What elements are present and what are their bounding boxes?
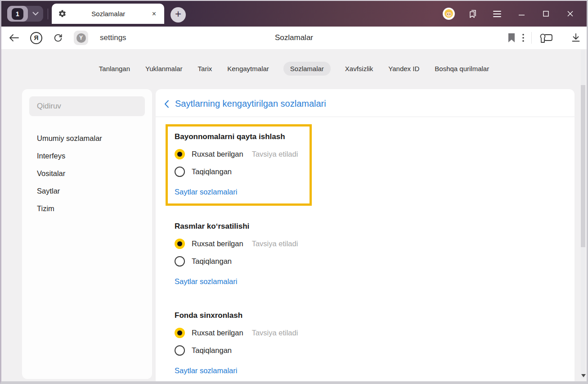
tab-counter-button[interactable]: 1: [7, 6, 28, 22]
settings-sections: Bayonnomalarni qayta ishlash Ruxsat beri…: [156, 117, 575, 375]
menu-icon[interactable]: [485, 5, 509, 23]
address-bar[interactable]: Я Y settings Sozlamalar: [1, 27, 587, 49]
radio-note: Tavsiya etiladi: [252, 329, 298, 337]
settings-nav-tabs: Tanlangan Yuklanmalar Tarix Kengaytmalar…: [1, 49, 587, 76]
radio-selected-icon[interactable]: [175, 149, 185, 159]
sidebar-item-tizim[interactable]: Tizim: [37, 200, 145, 217]
new-tab-button[interactable]: +: [171, 7, 186, 23]
browser-window: 1 Sozlamalar × +: [0, 0, 588, 384]
close-button[interactable]: [558, 5, 582, 23]
nav-tab-kengaytmalar[interactable]: Kengaytmalar: [226, 62, 270, 76]
tab-title: Sozlamalar: [67, 10, 150, 18]
nav-tab-yandex-id[interactable]: Yandex ID: [387, 62, 420, 76]
bookmark-filled-icon[interactable]: [508, 33, 515, 42]
yandex-logo-icon[interactable]: Я: [30, 32, 42, 44]
minimize-button[interactable]: [509, 5, 534, 23]
chevron-down-icon[interactable]: [28, 12, 43, 16]
radio-option-allowed[interactable]: Ruxsat berilgan Tavsiya etiladi: [175, 328, 575, 338]
radio-label: Taqiqlangan: [192, 167, 232, 176]
maximize-button[interactable]: [534, 5, 558, 23]
radio-label: Ruxsat berilgan: [192, 239, 243, 248]
search-input[interactable]: [29, 96, 145, 116]
kebab-menu-icon[interactable]: [522, 34, 524, 42]
radio-label: Ruxsat berilgan: [192, 150, 243, 158]
radio-unselected-icon[interactable]: [175, 256, 185, 267]
radio-unselected-icon[interactable]: [175, 345, 185, 356]
nav-tab-boshqa-qurilmalar[interactable]: Boshqa qurilmalar: [434, 62, 490, 76]
address-bar-left: Я Y settings: [9, 31, 126, 45]
section-title-bayonnomalar: Bayonnomalarni qayta ishlash: [175, 132, 302, 141]
protect-badge-icon[interactable]: Y: [74, 31, 88, 45]
titlebar: 1 Sozlamalar × +: [1, 1, 587, 27]
section-title-fonda: Fonda sinxronlash: [175, 311, 575, 320]
site-settings-link[interactable]: Saytlar sozlamalari: [175, 366, 237, 375]
radio-option-blocked[interactable]: Taqiqlangan: [175, 345, 575, 356]
radio-option-blocked[interactable]: Taqiqlangan: [175, 167, 302, 177]
radio-selected-icon[interactable]: [175, 328, 185, 338]
section-rasmlar: Rasmlar koʻrsatilishi Ruxsat berilgan Ta…: [175, 222, 575, 286]
nav-tab-yuklanmalar[interactable]: Yuklanmalar: [144, 62, 184, 76]
download-icon[interactable]: [571, 33, 580, 43]
titlebar-separator: [48, 9, 48, 19]
radio-option-allowed[interactable]: Ruxsat berilgan Tavsiya etiladi: [175, 149, 302, 159]
scrollbar-thumb[interactable]: [581, 85, 585, 247]
content-area: Umumiy sozlamalar Interfeys Vositalar Sa…: [1, 76, 587, 381]
reload-icon[interactable]: [53, 33, 63, 43]
back-button-icon[interactable]: [9, 33, 19, 42]
nav-tab-xavfsizlik[interactable]: Xavfsizlik: [344, 62, 374, 76]
address-bar-right: [508, 32, 580, 44]
site-settings-link[interactable]: Saytlar sozlamalari: [175, 188, 237, 196]
radio-label: Taqiqlangan: [192, 346, 232, 355]
page-title[interactable]: Saytlarning kengaytirilgan sozlamalari: [175, 99, 326, 109]
sidebar-item-interfeys[interactable]: Interfeys: [37, 147, 145, 165]
extensions-icon[interactable]: [539, 32, 554, 44]
nav-tab-sozlamalar[interactable]: Sozlamalar: [283, 62, 331, 76]
tab-close-icon[interactable]: ×: [150, 9, 158, 19]
section-fonda-sinxronlash: Fonda sinxronlash Ruxsat berilgan Tavsiy…: [175, 311, 575, 375]
page-scrollbar[interactable]: [581, 50, 585, 379]
settings-gear-icon: [58, 9, 67, 18]
sidebar-item-umumiy-sozlamalar[interactable]: Umumiy sozlamalar: [37, 130, 145, 147]
radio-selected-icon[interactable]: [175, 239, 185, 249]
titlebar-right: [436, 1, 582, 27]
address-bar-separator: [531, 32, 532, 44]
highlight-box: Bayonnomalarni qayta ishlash Ruxsat beri…: [166, 124, 312, 206]
section-title-rasmlar: Rasmlar koʻrsatilishi: [175, 222, 575, 231]
settings-sidebar: Umumiy sozlamalar Interfeys Vositalar Sa…: [22, 89, 152, 379]
browser-tab[interactable]: Sozlamalar ×: [52, 4, 164, 24]
page-heading-row: Saytlarning kengaytirilgan sozlamalari: [156, 89, 575, 117]
radio-unselected-icon[interactable]: [175, 167, 185, 177]
site-settings-link[interactable]: Saytlar sozlamalari: [175, 277, 237, 286]
bookmarks-panel-icon[interactable]: [461, 5, 485, 23]
protect-badge-glyph: Y: [76, 33, 86, 43]
scrollbar-down-arrow[interactable]: [581, 374, 586, 377]
profile-avatar[interactable]: [436, 5, 461, 23]
url-text[interactable]: settings: [100, 33, 126, 42]
tab-counter-control[interactable]: 1: [7, 6, 43, 22]
back-chevron-icon[interactable]: [164, 100, 169, 108]
radio-label: Ruxsat berilgan: [192, 329, 243, 337]
titlebar-left: 1 Sozlamalar × +: [1, 1, 186, 27]
sidebar-item-vositalar[interactable]: Vositalar: [37, 165, 145, 182]
radio-note: Tavsiya etiladi: [252, 239, 298, 248]
tab-count-badge: 1: [12, 8, 23, 20]
radio-option-blocked[interactable]: Taqiqlangan: [175, 256, 575, 267]
nav-tab-tanlangan[interactable]: Tanlangan: [98, 62, 131, 76]
nav-tab-tarix[interactable]: Tarix: [197, 62, 213, 76]
sidebar-items: Umumiy sozlamalar Interfeys Vositalar Sa…: [29, 130, 145, 217]
settings-main-panel: Saytlarning kengaytirilgan sozlamalari B…: [156, 89, 575, 381]
radio-note: Tavsiya etiladi: [252, 150, 298, 158]
sidebar-item-saytlar[interactable]: Saytlar: [37, 182, 145, 200]
radio-option-allowed[interactable]: Ruxsat berilgan Tavsiya etiladi: [175, 239, 575, 249]
radio-label: Taqiqlangan: [192, 257, 232, 266]
